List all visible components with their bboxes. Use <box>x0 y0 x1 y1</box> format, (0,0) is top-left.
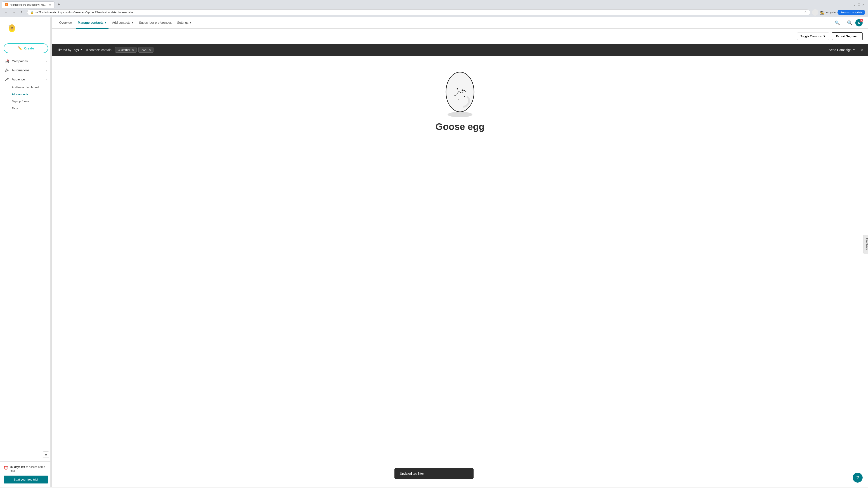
manage-contacts-tab-label: Manage contacts <box>78 21 103 24</box>
audience-icon <box>4 77 9 82</box>
search-icon[interactable]: 🔍 <box>835 20 840 25</box>
back-button[interactable]: ← <box>3 9 9 15</box>
url-text: us21.admin.mailchimp.com/lists/members/#… <box>35 11 802 14</box>
sidebar-scrollbar[interactable] <box>51 17 52 487</box>
contacts-count: 0 contacts contain <box>86 48 112 52</box>
filter-bar: Filtered by Tags ▼ 0 contacts contain Cu… <box>52 44 868 56</box>
tab-bar: M All subscribers of Moodjoy | Ma... ✕ +… <box>0 0 868 8</box>
svg-point-16 <box>447 112 472 117</box>
sidebar-scroll: ✏️ Create Campaigns ▼ <box>0 36 52 461</box>
tab-subscriber-preferences[interactable]: Subscriber preferences <box>137 17 174 29</box>
sidebar-item-tags[interactable]: Tags <box>0 105 52 112</box>
year-tag-remove[interactable]: ✕ <box>149 48 151 52</box>
customer-tag-remove[interactable]: ✕ <box>132 48 134 52</box>
audience-chevron: ▲ <box>45 78 47 80</box>
overview-tab-label: Overview <box>59 21 72 24</box>
send-campaign-button[interactable]: Send Campaign ▼ <box>829 48 855 52</box>
export-segment-button[interactable]: Export Segment <box>832 32 863 40</box>
new-tab-button[interactable]: + <box>56 2 62 8</box>
collapse-sidebar-button[interactable] <box>43 451 49 458</box>
campaigns-chevron: ▼ <box>45 60 47 63</box>
settings-chevron: ▼ <box>189 22 192 24</box>
tab-add-contacts[interactable]: Add contacts ▼ <box>110 17 135 29</box>
filtered-by-tags-button[interactable]: Filtered by Tags ▼ <box>57 48 82 52</box>
help-icon: ? <box>856 475 859 480</box>
browser-actions: ⋮ 🕵️ Incognito Relaunch to update <box>812 9 865 15</box>
automations-label: Automations <box>12 68 42 72</box>
header-actions: 🔍 S 1 <box>847 19 863 26</box>
tab-settings[interactable]: Settings ▼ <box>175 17 193 29</box>
svg-point-21 <box>454 95 456 96</box>
tab-manage-contacts[interactable]: Manage contacts ▼ <box>76 17 108 29</box>
create-label: Create <box>24 46 34 50</box>
toast-message: Updated tag filter <box>400 472 424 475</box>
minimize-icon[interactable]: ⌄ <box>853 3 856 6</box>
sidebar-item-campaigns[interactable]: Campaigns ▼ <box>0 57 52 66</box>
svg-point-9 <box>6 70 7 71</box>
audience-label: Audience <box>12 77 42 81</box>
forward-button[interactable]: → <box>11 9 17 15</box>
svg-point-11 <box>8 78 8 79</box>
tab-overview[interactable]: Overview <box>57 17 74 29</box>
filter-tags: Customer ✕ 2023 ✕ <box>115 47 153 53</box>
filter-close-button[interactable]: ✕ <box>861 48 864 52</box>
address-bar[interactable]: 🔒 us21.admin.mailchimp.com/lists/members… <box>27 9 810 15</box>
scrollbar-thumb <box>51 17 52 487</box>
address-bar-row: ← → ↻ 🔒 us21.admin.mailchimp.com/lists/m… <box>0 8 868 17</box>
goose-egg-title: Goose egg <box>435 121 485 132</box>
toast-notification: Updated tag filter <box>395 468 473 479</box>
mailchimp-logo <box>7 23 17 33</box>
refresh-button[interactable]: ↻ <box>19 9 25 15</box>
tags-label: Tags <box>12 107 18 110</box>
svg-point-18 <box>457 88 458 90</box>
tab-title: All subscribers of Moodjoy | Ma... <box>10 3 46 6</box>
egg-illustration <box>437 65 483 119</box>
filtered-by-label: Filtered by Tags <box>57 48 79 52</box>
relaunch-button[interactable]: Relaunch to update <box>837 10 865 15</box>
feedback-label: Feedback <box>865 238 868 250</box>
global-search-icon[interactable]: 🔍 <box>847 20 852 26</box>
extensions-icon[interactable]: ⋮ <box>812 9 818 15</box>
main-content: Overview Manage contacts ▼ Add contacts … <box>52 17 868 487</box>
sidebar-collapse-icon <box>44 453 47 456</box>
notification-count: 1 <box>861 19 862 22</box>
svg-point-5 <box>12 27 13 28</box>
svg-point-3 <box>9 24 15 31</box>
feedback-tab[interactable]: Feedback <box>863 235 868 254</box>
start-free-trial-button[interactable]: Start your free trial <box>4 476 48 484</box>
campaigns-label: Campaigns <box>12 59 42 63</box>
all-contacts-label: All contacts <box>12 93 29 96</box>
incognito-label: Incognito <box>826 11 836 14</box>
lock-icon: 🔒 <box>31 11 34 14</box>
add-contacts-chevron: ▼ <box>131 22 133 24</box>
svg-point-4 <box>11 27 11 28</box>
sidebar-item-automations[interactable]: Automations ▼ <box>0 66 52 75</box>
close-window-icon[interactable]: ✕ <box>862 3 864 6</box>
user-initial: S <box>858 21 860 25</box>
sidebar-item-signup-forms[interactable]: Signup forms <box>0 98 52 105</box>
toggle-columns-label: Toggle Columns <box>800 35 822 38</box>
svg-rect-14 <box>45 454 47 455</box>
bookmark-icon[interactable]: ☆ <box>804 11 807 14</box>
sidebar-item-all-contacts[interactable]: All contacts <box>0 91 52 98</box>
content-area: Goose egg <box>52 56 868 487</box>
send-campaign-label: Send Campaign <box>829 48 851 52</box>
empty-state: Goose egg <box>435 56 485 137</box>
create-button[interactable]: ✏️ Create <box>4 43 48 53</box>
settings-tab-label: Settings <box>177 21 188 24</box>
svg-point-22 <box>458 99 459 100</box>
svg-text:M: M <box>6 4 7 6</box>
help-button[interactable]: ? <box>852 473 863 483</box>
sidebar-item-audience[interactable]: Audience ▲ <box>0 75 52 84</box>
active-tab[interactable]: M All subscribers of Moodjoy | Ma... ✕ <box>2 1 55 8</box>
svg-point-20 <box>464 96 465 97</box>
automations-icon <box>4 68 9 72</box>
incognito-icon: 🕵️ <box>820 10 825 15</box>
restore-icon[interactable]: ❐ <box>858 3 860 6</box>
page-nav: Overview Manage contacts ▼ Add contacts … <box>52 17 868 29</box>
user-avatar[interactable]: S 1 <box>855 19 863 26</box>
tab-close-button[interactable]: ✕ <box>48 3 52 6</box>
toggle-columns-button[interactable]: Toggle Columns ▼ <box>797 33 829 40</box>
sidebar-item-audience-dashboard[interactable]: Audience dashboard <box>0 84 52 91</box>
send-campaign-chevron: ▼ <box>853 48 855 51</box>
